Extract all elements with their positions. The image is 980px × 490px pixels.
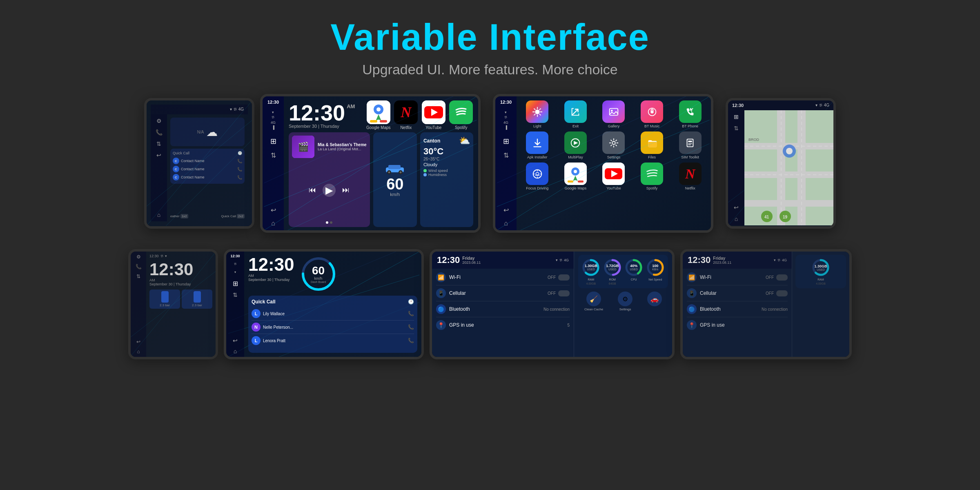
s1-quickcall-badge: Quick Call 2x2 [221,214,245,218]
app-bt-music-label: BT Music [644,124,659,128]
s2-play-btn[interactable]: ▶ [323,184,336,197]
svg-rect-58 [568,180,573,183]
sb4-wifi-setting[interactable]: 📶 Wi-Fi OFF [687,270,788,285]
sb4-cellular-toggle[interactable] [776,290,788,296]
sb4-ram-value: 1.30GB [814,264,827,268]
sb2-call-btn-3[interactable]: 📞 [408,338,414,343]
sb3-bluetooth-setting[interactable]: 🔵 Bluetooth No connection [436,301,570,317]
s1-nav-eq-icon[interactable]: ⇅ [156,140,161,147]
s1-contact-1[interactable]: C Contact Name 📞 [173,157,242,165]
s4-nav-back-icon[interactable]: ↩ [734,204,739,211]
sb4-gps-setting[interactable]: 📍 GPS in use [687,317,788,333]
s1-contact-name-2: Contact Name [181,167,236,171]
sb3-car-btn[interactable]: 🚗 [647,292,662,311]
app-sim-toolkit[interactable]: SIM Toolkit [673,131,708,159]
s1-call-btn-1[interactable]: 📞 [237,159,242,163]
app-focus-driving[interactable]: Focus Driving [520,163,555,190]
sb4-wifi-toggle[interactable] [776,274,788,281]
svg-point-9 [376,107,381,111]
sb4-bt-setting[interactable]: 🔵 Bluetooth No connection [687,301,788,317]
sb3-settings-btn[interactable]: ⚙ Settings [618,292,633,311]
sb3-cellular-toggle[interactable] [558,290,570,296]
sb3-gps-setting[interactable]: 📍 GPS in use 5 [436,317,570,333]
s1-nav-settings-icon[interactable]: ⚙ [156,118,162,124]
svg-point-37 [650,110,653,113]
sb2-nav-home-icon[interactable]: ⌂ [234,348,237,354]
svg-rect-59 [578,180,584,183]
s3-nav-back-icon[interactable]: ↩ [503,206,509,214]
sb2-nav-back-icon[interactable]: ↩ [233,337,238,344]
s4-nav-home-icon[interactable]: ⌂ [735,216,738,222]
app-netflix-2[interactable]: N Netflix [673,163,708,190]
sb2-contact-avatar-1: L [252,309,261,318]
sb2-call-btn-1[interactable]: 📞 [408,311,414,316]
app-spotify-2[interactable]: Spotify [635,163,670,190]
s1-call-btn-3[interactable]: 📞 [237,175,242,180]
sb2-contact-avatar-3: L [252,336,261,345]
svg-line-31 [539,114,541,115]
svg-rect-10 [370,120,377,122]
s3-nav-eq-icon[interactable]: ⇅ [503,151,509,159]
sb2-contact-lily[interactable]: L Lily Wallace 📞 [252,307,414,321]
sb3-wifi-setting[interactable]: 📶 Wi-Fi OFF [436,270,570,285]
sb4-cellular-setting[interactable]: 📱 Cellular OFF [687,285,788,301]
sb3-wifi-toggle[interactable] [558,274,570,281]
app-youtube[interactable]: YouTube [421,100,445,130]
sb3-clean-cache-btn[interactable]: 🧹 Clean Cache [584,292,603,311]
s1-contact-2[interactable]: C Contact Name 📞 [173,165,242,173]
s3-nav-home-icon[interactable]: ⌂ [504,220,508,227]
s2-next-btn[interactable]: ⏭ [342,186,350,194]
s1-quick-call-card: Quick Call 🕐 C Contact Name 📞 C Contact … [170,149,245,184]
sb1-settings-icon[interactable]: ⚙ [136,254,141,260]
sb1-phone-icon[interactable]: 📞 [136,264,142,270]
sb2-contact-nelle[interactable]: N Nelle Peterson... 📞 [252,321,414,334]
s1-contact-avatar-3: C [173,174,179,180]
app-gallery[interactable]: Gallery [596,100,631,128]
s2-weather-card: Canton ⛅ 30°C 26~35°C Cloudy Wind speed [420,132,473,227]
sb3-cellular-setting[interactable]: 📱 Cellular OFF [436,285,570,301]
s1-bt-icon: 𝔅 [234,107,237,112]
page-title: Variable Interface [0,16,980,58]
s2-humidity-dot [423,173,427,176]
s2-nav-back-icon[interactable]: ↩ [271,206,276,214]
sb2-contact-lenora[interactable]: L Lenora Pratt 📞 [252,334,414,347]
svg-text:19: 19 [783,215,788,219]
s2-nav-eq-icon[interactable]: ⇅ [271,151,276,159]
app-bt-phone[interactable]: BT Phone [673,100,708,128]
app-light[interactable]: Light [520,100,555,128]
app-bt-music[interactable]: BT Music [635,100,670,128]
app-apk-installer[interactable]: Apk Installer [520,131,555,159]
app-netflix[interactable]: N Netflix [394,100,418,130]
app-multiplay[interactable]: MultiPlay [558,131,593,159]
app-files[interactable]: Files [635,131,670,159]
sb1-eq-icon[interactable]: ⇅ [136,274,140,279]
s1-nav-home-icon[interactable]: ⌂ [157,212,160,218]
sb1-back-icon[interactable]: ↩ [136,339,140,345]
app-maps-2[interactable]: Google Maps [558,163,593,190]
sb2-nav-eq-icon[interactable]: ⇅ [233,292,238,298]
s2-nav-home-icon[interactable]: ⌂ [271,220,275,227]
sb4-wifi-value: OFF [766,275,774,280]
s2-prev-btn[interactable]: ⏮ [309,186,316,194]
sb2-speed-value: 60 [311,265,326,276]
s2-nav-grid-icon[interactable]: ⊞ [270,137,276,146]
s1-nav-phone-icon[interactable]: 📞 [156,129,163,136]
app-spotify[interactable]: Spotify [449,100,473,130]
app-focus-driving-label: Focus Driving [526,186,548,190]
s2-track-title: Mia & Sebastian's Theme [318,143,367,147]
sb2-call-btn-2[interactable]: 📞 [408,324,414,330]
s3-nav-grid-icon[interactable]: ⊞ [503,137,509,146]
s1-contact-3[interactable]: C Contact Name 📞 [173,173,242,181]
sb3-net-speed: 100 KB/s Net Speed [646,258,665,285]
s4-nav-grid-icon[interactable]: ⊞ [734,114,739,120]
s1-nav-back-icon[interactable]: ↩ [156,152,161,158]
app-settings[interactable]: Settings [596,131,631,159]
sb1-home-icon[interactable]: ⌂ [137,349,140,354]
s2-weather-temp: 30°C [423,146,470,157]
app-exit[interactable]: Exit [558,100,593,128]
app-youtube-2[interactable]: YouTube [596,163,631,190]
s1-call-btn-2[interactable]: 📞 [237,167,242,172]
app-google-maps[interactable]: Google Maps [366,100,390,130]
s4-nav-eq-icon[interactable]: ⇅ [734,125,739,131]
sb2-nav-grid-icon[interactable]: ⊞ [233,280,238,287]
